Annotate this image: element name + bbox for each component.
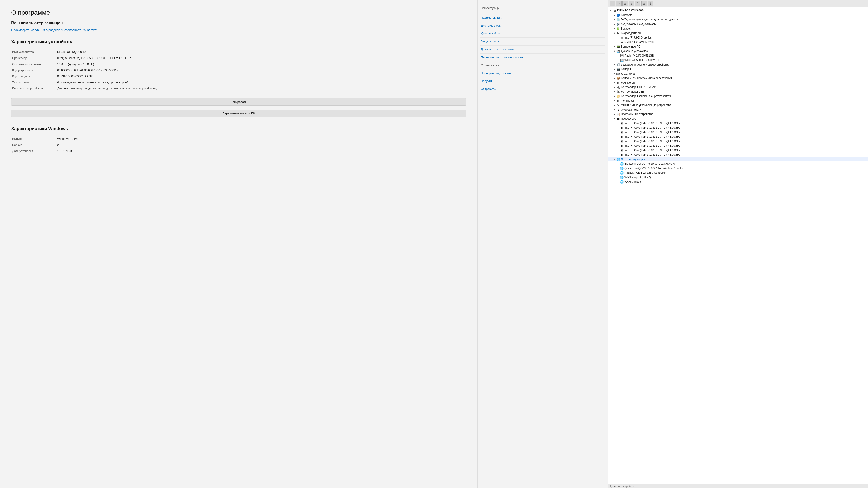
tree-item-cpu1[interactable]: ▣Intel(R) Core(TM) i5-1035G1 CPU @ 1.00G… bbox=[608, 121, 868, 125]
tree-item-embedded[interactable]: 📟Встроенное ПО bbox=[608, 44, 868, 49]
spec-value: Intel(R) Core(TM) i5-1035G1 CPU @ 1.00GH… bbox=[56, 55, 466, 61]
tree-item-cpu4[interactable]: ▣Intel(R) Core(TM) i5-1035G1 CPU @ 1.00G… bbox=[608, 134, 868, 139]
bluetooth-icon: 🔵 bbox=[616, 13, 620, 17]
printers-icon: 🖨 bbox=[616, 108, 620, 111]
sidebar-item-check[interactable]: Проверка под... языков bbox=[480, 69, 605, 77]
sidebar-item-get[interactable]: Получит... bbox=[480, 77, 605, 85]
tree-item-network[interactable]: 🌐Сетевые адаптеры bbox=[608, 157, 868, 161]
tree-item-cpu8[interactable]: ▣Intel(R) Core(TM) i5-1035G1 CPU @ 1.00G… bbox=[608, 153, 868, 157]
root-expand[interactable] bbox=[609, 9, 613, 12]
expand-battery[interactable] bbox=[613, 27, 616, 30]
tree-item-disks[interactable]: 💾Дисковые устройства bbox=[608, 49, 868, 53]
tree-item-audio[interactable]: 🔊Аудиовходы и аудиовыходы bbox=[608, 22, 868, 26]
expand-video[interactable] bbox=[613, 31, 616, 35]
tree-item-keyboard[interactable]: ⌨Клавиатуры bbox=[608, 71, 868, 76]
tree-item-nvidia-gpu[interactable]: 🖥NVIDIA GeForce MX230 bbox=[608, 40, 868, 44]
tree-item-wan1[interactable]: 🌐WAN Miniport (IKEv2) bbox=[608, 175, 868, 180]
expand-software[interactable] bbox=[613, 76, 616, 80]
sidebar-item-dispatcher[interactable]: Диспетчер уст... bbox=[480, 22, 605, 30]
spec-label: Перо и сенсорный ввод bbox=[11, 85, 56, 91]
rename-pc-button[interactable]: Переименовать этот ПК bbox=[11, 110, 466, 117]
device-tree[interactable]: 🖥 DESKTOP-KQO99H9 🔵Bluetooth💿DVD-дисково… bbox=[608, 7, 868, 484]
sidebar-item-protection[interactable]: Защита систе... bbox=[480, 38, 605, 45]
tree-item-wan2[interactable]: 🌐WAN Miniport (IP) bbox=[608, 180, 868, 184]
qualcomm-label: Qualcomm QCA9377 802.11ac Wireless Adapt… bbox=[624, 167, 683, 170]
tree-item-cpu2[interactable]: ▣Intel(R) Core(TM) i5-1035G1 CPU @ 1.00G… bbox=[608, 125, 868, 130]
tree-item-bluetooth[interactable]: 🔵Bluetooth bbox=[608, 13, 868, 17]
grid-button[interactable]: ⊞ bbox=[622, 1, 628, 6]
prog-devices-icon: 📋 bbox=[616, 112, 620, 116]
tree-item-disk1[interactable]: 💾Patriot M.2 P300 512GB bbox=[608, 53, 868, 58]
expand-ide[interactable] bbox=[613, 85, 616, 89]
tree-item-printers[interactable]: 🖨Очереди печати bbox=[608, 107, 868, 112]
wan2-icon: 🌐 bbox=[620, 180, 624, 184]
tree-item-dvd[interactable]: 💿DVD-дисководы и дисководы компакт-диско… bbox=[608, 17, 868, 22]
software-label: Компоненты программного обеспечения bbox=[621, 76, 672, 80]
expand-dvd[interactable] bbox=[613, 18, 616, 22]
tree-item-usb[interactable]: 🔌Контроллеры USB bbox=[608, 89, 868, 94]
expand-network[interactable] bbox=[613, 157, 616, 161]
sidebar-item-remote[interactable]: Удаленный ра... bbox=[480, 30, 605, 38]
tree-root[interactable]: 🖥 DESKTOP-KQO99H9 bbox=[608, 8, 868, 13]
sidebar-item-send[interactable]: Отправит... bbox=[480, 85, 605, 93]
expand-monitors[interactable] bbox=[613, 99, 616, 102]
tree-item-realtek[interactable]: 🌐Realtek PCIe FE Family Controller bbox=[608, 170, 868, 175]
spec-label: Оперативная память bbox=[11, 61, 56, 67]
tree-item-camera[interactable]: 📷Камеры bbox=[608, 67, 868, 71]
cpu3-icon: ▣ bbox=[620, 130, 624, 134]
tree-item-mice[interactable]: 🖱Мыши и иные указывающие устройства bbox=[608, 103, 868, 107]
sidebar-item-help[interactable]: Справка в Инт... bbox=[480, 62, 605, 69]
monitor-button[interactable]: 🖥 bbox=[648, 1, 653, 6]
tree-item-qualcomm[interactable]: 🌐Qualcomm QCA9377 802.11ac Wireless Adap… bbox=[608, 166, 868, 170]
tree-item-cpu3[interactable]: ▣Intel(R) Core(TM) i5-1035G1 CPU @ 1.00G… bbox=[608, 130, 868, 134]
tree-item-sound[interactable]: 🎵Звуковые, игровые и видеоустройства bbox=[608, 62, 868, 67]
expand-usb[interactable] bbox=[613, 90, 616, 93]
minus-button[interactable]: ⊟ bbox=[629, 1, 634, 6]
cpu8-label: Intel(R) Core(TM) i5-1035G1 CPU @ 1.00GH… bbox=[624, 153, 680, 156]
sidebar-item-additional[interactable]: Дополнительн... системы bbox=[480, 46, 605, 54]
forward-button[interactable]: → bbox=[616, 1, 622, 6]
back-button[interactable]: ← bbox=[610, 1, 615, 6]
device-manager-panel: ← → ⊞ ⊟ ? ⊞ 🖥 🖥 DESKTOP-KQO99H9 🔵Bluetoo… bbox=[608, 0, 868, 488]
security-link[interactable]: Просмотреть сведения в разделе "Безопасн… bbox=[11, 28, 466, 32]
computer-icon: 🖥 bbox=[616, 81, 620, 85]
expand-camera[interactable] bbox=[613, 67, 616, 71]
expand-printers[interactable] bbox=[613, 108, 616, 111]
expand-cpu-group[interactable] bbox=[613, 117, 616, 121]
tree-item-bt-net[interactable]: 🌐Bluetooth Device (Personal Area Network… bbox=[608, 161, 868, 166]
expand-audio[interactable] bbox=[613, 22, 616, 26]
copy-button[interactable]: Копировать bbox=[11, 98, 466, 106]
expand-prog-devices[interactable] bbox=[613, 112, 616, 116]
expand-storage-ctrl[interactable] bbox=[613, 94, 616, 98]
tree-item-intel-gpu[interactable]: 🖥Intel(R) UHD Graphics bbox=[608, 35, 868, 40]
tree-item-computer[interactable]: 🖥Компьютер bbox=[608, 80, 868, 85]
expand-keyboard[interactable] bbox=[613, 72, 616, 75]
expand-computer[interactable] bbox=[613, 81, 616, 85]
sidebar-item-params-bi[interactable]: Параметры Bi... bbox=[480, 14, 605, 22]
tree-item-ide[interactable]: 🔌Контроллеры IDE ATA/ATAPI bbox=[608, 85, 868, 89]
tree-item-cpu7[interactable]: ▣Intel(R) Core(TM) i5-1035G1 CPU @ 1.00G… bbox=[608, 148, 868, 153]
tree-item-battery[interactable]: 🔋Батареи bbox=[608, 26, 868, 31]
expand-embedded[interactable] bbox=[613, 45, 616, 48]
expand-sound[interactable] bbox=[613, 63, 616, 66]
tree-item-cpu6[interactable]: ▣Intel(R) Core(TM) i5-1035G1 CPU @ 1.00G… bbox=[608, 143, 868, 148]
tree-item-cpu5[interactable]: ▣Intel(R) Core(TM) i5-1035G1 CPU @ 1.00G… bbox=[608, 139, 868, 143]
cpu2-icon: ▣ bbox=[620, 126, 624, 129]
tree-item-video[interactable]: 🖥Видеоадаптеры bbox=[608, 31, 868, 35]
tree-item-prog-devices[interactable]: 📋Программные устройства bbox=[608, 112, 868, 117]
tree-item-disk2[interactable]: 💾WDC WD5000LPVX-08V0TT5 bbox=[608, 58, 868, 62]
sidebar-item-rename[interactable]: Переименова... опытных польз... bbox=[480, 54, 605, 62]
tree-item-storage-ctrl[interactable]: 📀Контроллеры запоминающих устройств bbox=[608, 94, 868, 98]
tree-item-cpu-group[interactable]: ▣Процессоры bbox=[608, 117, 868, 121]
box-button[interactable]: ⊞ bbox=[641, 1, 647, 6]
expand-disks[interactable] bbox=[613, 49, 616, 53]
embedded-icon: 📟 bbox=[616, 45, 620, 48]
expand-mice[interactable] bbox=[613, 103, 616, 107]
monitors-icon: 🖥 bbox=[616, 99, 620, 102]
expand-bluetooth[interactable] bbox=[613, 13, 616, 17]
action-buttons: Копировать Переименовать этот ПК bbox=[11, 98, 466, 119]
help-button[interactable]: ? bbox=[635, 1, 641, 6]
dm-statusbar: Диспетчер устройств bbox=[608, 484, 868, 488]
tree-item-software[interactable]: 📦Компоненты программного обеспечения bbox=[608, 76, 868, 80]
tree-item-monitors[interactable]: 🖥Мониторы bbox=[608, 98, 868, 103]
